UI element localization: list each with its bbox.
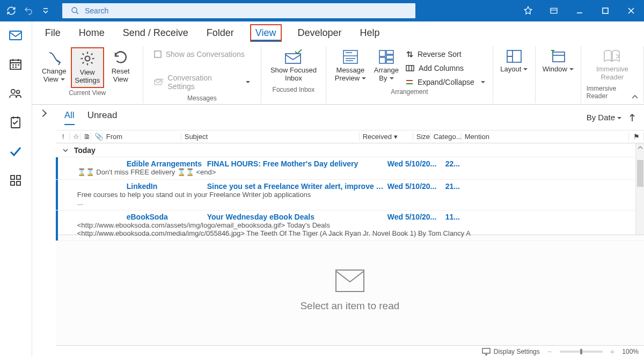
arrange-by-button[interactable]: Arrange By [369, 47, 404, 85]
chevron-down-icon [62, 147, 69, 154]
col-icon[interactable]: 🗎 [80, 133, 91, 141]
premium-icon[interactable] [515, 0, 541, 21]
message-row[interactable]: eBookSoda Your Wednesday eBook Deals Wed… [56, 210, 644, 241]
zoom-in-button[interactable]: + [610, 347, 615, 356]
search-placeholder: Search [85, 6, 108, 15]
message-preview-button[interactable]: Message Preview [332, 47, 369, 85]
window-button[interactable]: Window [541, 47, 575, 76]
layout-button[interactable]: Layout [499, 47, 530, 76]
col-subject[interactable]: Subject [181, 133, 360, 141]
ribbon-mode-icon[interactable] [541, 0, 567, 21]
svg-point-5 [11, 90, 15, 93]
show-as-conversations-checkbox: Show as Conversations [152, 49, 252, 59]
svg-point-0 [72, 8, 77, 12]
filter-unread[interactable]: Unread [87, 110, 118, 125]
col-flag-filter[interactable]: ⚑ [629, 133, 644, 141]
tab-help[interactable]: Help [358, 24, 382, 42]
conversation-settings-button: Conversation Settings [152, 73, 252, 91]
col-received[interactable]: Received ▾ [360, 133, 413, 141]
status-bar: Display Settings − + 100% [56, 345, 644, 357]
scrollbar-thumb[interactable] [637, 160, 643, 187]
sort-direction-icon[interactable] [629, 113, 635, 122]
tab-view[interactable]: View [250, 24, 282, 42]
group-today[interactable]: Today [56, 143, 644, 157]
tab-folder[interactable]: Folder [204, 24, 236, 42]
reset-view-button[interactable]: Reset View [104, 47, 137, 86]
reverse-sort-button[interactable]: Reverse Sort [404, 49, 487, 59]
group-current-view: Current View [69, 89, 106, 97]
conversation-icon [154, 78, 164, 86]
svg-rect-15 [286, 54, 301, 63]
svg-rect-22 [406, 65, 414, 71]
scrollbar[interactable] [635, 143, 644, 235]
svg-rect-20 [386, 55, 393, 59]
display-settings-button[interactable]: Display Settings [482, 348, 540, 355]
group-focused-inbox: Focused Inbox [273, 86, 315, 93]
view-settings-button[interactable]: View Settings [71, 47, 104, 88]
focused-inbox-icon [284, 49, 303, 64]
svg-rect-26 [482, 348, 490, 353]
svg-rect-2 [603, 8, 608, 13]
svg-rect-9 [17, 176, 20, 179]
change-view-button[interactable]: Change View [38, 47, 71, 86]
expand-collapse-button[interactable]: Expand/Collapse [404, 77, 487, 87]
immersive-reader-button: Immersive Reader [591, 47, 634, 84]
tasks-nav-icon[interactable] [9, 145, 22, 158]
reverse-sort-icon [406, 50, 413, 58]
group-arrangement: Arrangement [391, 88, 428, 96]
people-nav-icon[interactable] [9, 87, 22, 100]
svg-rect-21 [386, 60, 393, 63]
checkbox-icon [154, 50, 162, 58]
mail-nav-icon[interactable] [9, 29, 22, 42]
message-row[interactable]: Edible Arrangements FINAL HOURS: Free Mo… [56, 157, 644, 180]
tab-developer[interactable]: Developer [296, 24, 344, 42]
group-messages: Messages [187, 94, 217, 102]
col-mention[interactable]: Mention [462, 133, 629, 141]
filter-all[interactable]: All [64, 110, 75, 125]
col-reminder[interactable]: ☆ [70, 133, 80, 141]
collapse-ribbon-icon[interactable] [631, 93, 639, 101]
search-icon [71, 6, 79, 15]
folder-pane-collapsed [32, 105, 56, 357]
tab-home[interactable]: Home [77, 24, 107, 42]
calendar-nav-icon[interactable] [9, 58, 22, 71]
scroll-up-icon[interactable] [638, 145, 643, 150]
maximize-button[interactable] [592, 0, 618, 21]
title-bar: Search [0, 0, 644, 21]
svg-rect-1 [551, 8, 557, 13]
col-attachment[interactable]: 📎 [91, 133, 103, 141]
search-box[interactable]: Search [62, 3, 415, 18]
svg-point-6 [17, 90, 20, 93]
qat-dropdown-icon[interactable] [41, 6, 50, 16]
expand-folder-pane-icon[interactable] [35, 108, 50, 119]
more-apps-icon[interactable] [9, 174, 22, 187]
svg-rect-25 [336, 270, 364, 292]
message-row[interactable]: LinkedIn Since you set a Freelance Write… [56, 180, 644, 210]
reading-pane: Select an item to read [56, 235, 644, 345]
svg-rect-14 [155, 80, 162, 85]
zoom-out-button[interactable]: − [547, 347, 552, 356]
zoom-slider[interactable] [560, 351, 603, 353]
col-from[interactable]: From [103, 133, 181, 141]
col-category[interactable]: Catego... [430, 133, 462, 141]
zoom-level[interactable]: 100% [622, 348, 639, 355]
sync-icon[interactable] [6, 6, 16, 16]
display-icon [482, 348, 491, 355]
minimize-button[interactable] [567, 0, 592, 21]
tab-file[interactable]: File [43, 24, 63, 42]
col-size[interactable]: Size [413, 133, 430, 141]
sort-by-button[interactable]: By Date [587, 113, 621, 122]
undo-icon[interactable] [24, 6, 33, 16]
message-preview-icon [342, 49, 358, 64]
add-columns-button[interactable]: Add Columns [404, 63, 487, 73]
show-focused-inbox-button[interactable]: Show Focused Inbox [267, 47, 320, 85]
notes-icon[interactable] [9, 116, 22, 129]
tab-send-receive[interactable]: Send / Receive [121, 24, 191, 42]
svg-rect-18 [379, 57, 385, 63]
column-header-row[interactable]: ! ☆ 🗎 📎 From Subject Received ▾ Size Cat… [56, 130, 644, 143]
svg-rect-24 [553, 52, 565, 62]
layout-icon [506, 49, 522, 63]
svg-rect-11 [17, 181, 20, 185]
col-importance[interactable]: ! [59, 133, 70, 141]
close-button[interactable] [618, 0, 644, 21]
